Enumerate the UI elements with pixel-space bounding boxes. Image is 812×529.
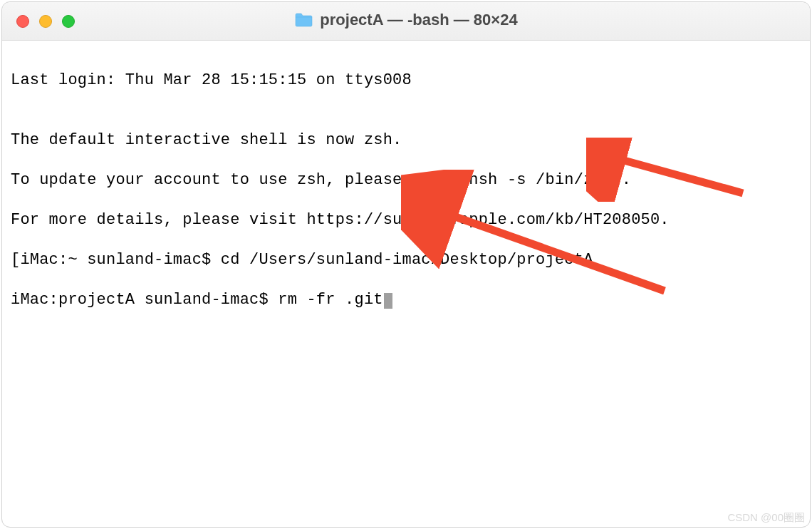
terminal-window: projectA — -bash — 80×24 Last login: Thu…: [1, 1, 811, 528]
terminal-line: Last login: Thu Mar 28 15:15:15 on ttys0…: [11, 71, 801, 91]
window-title: projectA — -bash — 80×24: [294, 11, 517, 29]
bracket-char: [: [11, 251, 20, 269]
close-button[interactable]: [16, 15, 29, 28]
terminal-text: iMac:~ sunland-imac$ cd /Users/sunland-i…: [20, 251, 593, 269]
terminal-line: To update your account to use zsh, pleas…: [11, 170, 801, 190]
cursor-icon: [384, 293, 392, 309]
maximize-button[interactable]: [62, 15, 75, 28]
terminal-line: [iMac:~ sunland-imac$ cd /Users/sunland-…: [11, 250, 801, 270]
window-titlebar[interactable]: projectA — -bash — 80×24: [2, 2, 810, 41]
folder-icon: [294, 12, 313, 28]
traffic-lights: [2, 15, 75, 28]
watermark-text: CSDN @00圈圈: [727, 511, 805, 525]
terminal-prompt-line[interactable]: iMac:projectA sunland-imac$ rm -fr .git: [11, 290, 801, 310]
terminal-line: The default interactive shell is now zsh…: [11, 130, 801, 150]
terminal-output[interactable]: Last login: Thu Mar 28 15:15:15 on ttys0…: [2, 41, 810, 360]
terminal-line: For more details, please visit https://s…: [11, 210, 801, 230]
minimize-button[interactable]: [39, 15, 52, 28]
window-title-text: projectA — -bash — 80×24: [320, 11, 517, 29]
terminal-text: iMac:projectA sunland-imac$ rm -fr .git: [11, 291, 383, 309]
